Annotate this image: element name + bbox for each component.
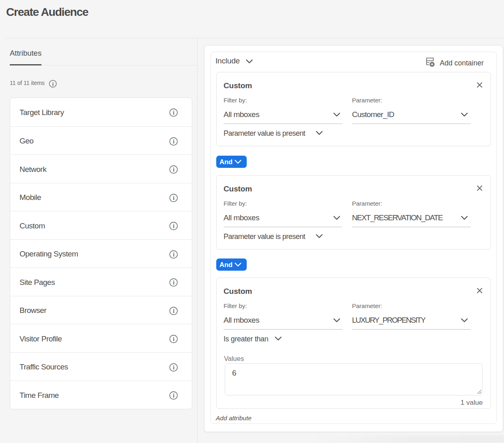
svg-text:i: i — [173, 195, 174, 201]
svg-text:i: i — [173, 336, 174, 342]
svg-text:i: i — [173, 166, 174, 173]
svg-text:i: i — [173, 279, 174, 286]
svg-text:i: i — [173, 251, 174, 258]
svg-text:i: i — [173, 392, 174, 399]
svg-text:i: i — [173, 138, 174, 145]
svg-text:i: i — [52, 81, 54, 87]
svg-text:i: i — [173, 364, 174, 371]
svg-text:i: i — [173, 308, 174, 314]
svg-text:i: i — [173, 109, 174, 116]
svg-text:i: i — [173, 223, 174, 229]
